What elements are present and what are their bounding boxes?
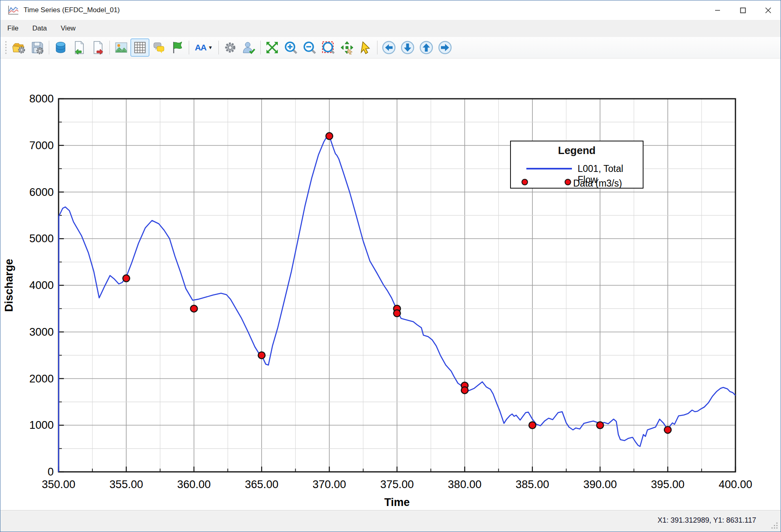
data-point-marker <box>597 422 604 429</box>
nav-up-button[interactable] <box>417 39 436 56</box>
plot-area[interactable]: 350.00355.00360.00365.00370.00375.00380.… <box>0 59 781 510</box>
svg-text:0: 0 <box>48 466 54 478</box>
legend-line-sample <box>526 168 572 169</box>
toolbar-separator <box>218 41 219 54</box>
svg-text:1000: 1000 <box>29 419 54 431</box>
data-point-marker <box>461 387 468 394</box>
nav-right-button[interactable] <box>436 39 454 56</box>
toolbar-separator <box>377 41 377 54</box>
legend-entry-marker: Data (m3/s) <box>511 178 643 189</box>
settings-button[interactable] <box>221 39 240 56</box>
legend-entry-line: L001, Total Flow <box>511 163 643 174</box>
grid-button[interactable] <box>131 39 149 56</box>
data-point-marker <box>529 422 536 429</box>
maximize-button[interactable] <box>730 0 755 20</box>
import-data-button[interactable] <box>70 39 89 56</box>
svg-text:400.00: 400.00 <box>719 478 753 491</box>
zoom-extents-icon <box>265 41 279 54</box>
svg-text:3000: 3000 <box>29 326 54 338</box>
svg-text:375.00: 375.00 <box>380 478 414 491</box>
open-model-settings-button[interactable] <box>9 39 28 56</box>
y-axis-title: Discharge <box>3 259 15 312</box>
user-check-icon <box>242 41 256 54</box>
document-import-icon <box>72 41 86 54</box>
close-icon <box>765 7 771 13</box>
data-point-marker <box>190 305 197 312</box>
window-title: Time Series (EFDC_Model_01) <box>24 6 120 14</box>
nav-left-button[interactable] <box>380 39 398 56</box>
resize-grip[interactable] <box>771 522 778 529</box>
export-data-button[interactable] <box>89 39 107 56</box>
minimize-icon <box>715 7 720 13</box>
x-axis-title: Time <box>384 496 410 508</box>
svg-text:370.00: 370.00 <box>312 478 346 491</box>
select-cursor-button[interactable] <box>356 39 375 56</box>
cursor-icon <box>359 41 373 54</box>
legend-marker-sample <box>565 179 571 185</box>
svg-text:5000: 5000 <box>29 232 54 245</box>
pan-icon <box>340 41 354 54</box>
legend-marker-sample <box>521 179 528 185</box>
legend-title: Legend <box>511 144 643 157</box>
svg-text:365.00: 365.00 <box>245 478 279 491</box>
svg-text:350.00: 350.00 <box>42 478 76 491</box>
comments-button[interactable] <box>149 39 168 56</box>
legend-box[interactable]: Legend L001, Total Flow Data (m3/s) <box>510 141 644 189</box>
arrow-right-circle-icon <box>438 41 452 54</box>
database-icon <box>54 41 68 54</box>
document-export-icon <box>91 41 105 54</box>
toolbar-separator <box>109 41 110 54</box>
data-point-marker <box>123 275 130 282</box>
maximize-icon <box>740 7 746 13</box>
status-bar: X1: 391.312989, Y1: 8631.117 <box>0 510 781 532</box>
toolbar: AA ▼ <box>0 37 781 59</box>
app-window: Time Series (EFDC_Model_01) File Data Vi… <box>0 0 781 532</box>
database-button[interactable] <box>51 39 70 56</box>
zoom-window-button[interactable] <box>319 39 338 56</box>
menu-view[interactable]: View <box>54 21 83 36</box>
arrow-up-circle-icon <box>419 41 433 54</box>
user-verify-button[interactable] <box>240 39 258 56</box>
data-point-marker <box>394 310 401 317</box>
grid-icon <box>133 41 147 54</box>
title-bar: Time Series (EFDC_Model_01) <box>0 0 781 20</box>
toolbar-separator <box>189 41 189 54</box>
chevron-down-icon[interactable]: ▼ <box>208 45 213 50</box>
flag-icon <box>170 41 184 54</box>
font-size-label: AA <box>195 43 206 52</box>
flag-button[interactable] <box>168 39 187 56</box>
svg-text:395.00: 395.00 <box>651 478 685 491</box>
svg-text:355.00: 355.00 <box>109 478 143 491</box>
zoom-window-icon <box>321 41 335 54</box>
legend-entry-label: Data (m3/s) <box>573 178 622 189</box>
comments-icon <box>152 41 166 54</box>
minimize-button[interactable] <box>705 0 730 20</box>
font-size-button[interactable]: AA ▼ <box>191 39 216 56</box>
menu-data[interactable]: Data <box>25 21 54 36</box>
svg-text:390.00: 390.00 <box>583 478 617 491</box>
zoom-out-button[interactable] <box>300 39 319 56</box>
svg-text:6000: 6000 <box>29 186 54 198</box>
zoom-extents-button[interactable] <box>263 39 281 56</box>
data-point-marker <box>326 132 333 139</box>
zoom-out-icon <box>303 41 316 54</box>
gear-icon <box>223 41 237 54</box>
menu-file[interactable]: File <box>0 21 25 36</box>
picture-button[interactable] <box>112 39 131 56</box>
arrow-down-circle-icon <box>401 41 414 54</box>
open-folder-gear-icon <box>12 41 26 54</box>
chart-panel: 350.00355.00360.00365.00370.00375.00380.… <box>0 59 781 510</box>
save-model-settings-button[interactable] <box>28 39 47 56</box>
close-button[interactable] <box>755 0 781 20</box>
cursor-coordinates: X1: 391.312989, Y1: 8631.117 <box>657 516 756 525</box>
toolbar-grip[interactable] <box>4 40 8 55</box>
data-point-marker <box>664 426 671 433</box>
nav-down-button[interactable] <box>398 39 417 56</box>
app-chart-icon <box>7 5 20 15</box>
zoom-in-icon <box>284 41 298 54</box>
svg-text:2000: 2000 <box>29 373 54 385</box>
zoom-in-button[interactable] <box>281 39 300 56</box>
svg-text:360.00: 360.00 <box>177 478 211 491</box>
pan-button[interactable] <box>338 39 356 56</box>
arrow-left-circle-icon <box>382 41 396 54</box>
